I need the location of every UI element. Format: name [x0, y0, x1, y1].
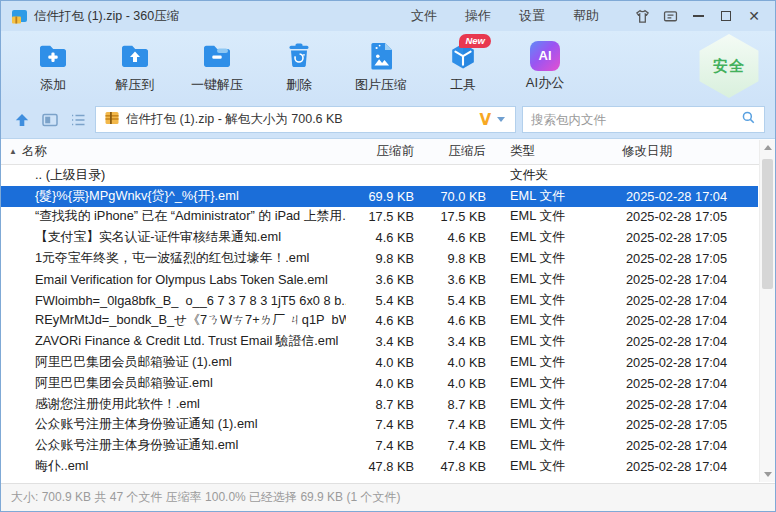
- skin-theme-icon[interactable]: [629, 5, 655, 27]
- table-row[interactable]: .. (上级目录) 文件夹: [1, 165, 758, 186]
- toolbar-label: AI办公: [526, 74, 564, 92]
- security-shield-badge[interactable]: 安全: [697, 34, 761, 98]
- table-row[interactable]: ZAVORi Finance & Credit Ltd. Trust Email…: [1, 331, 758, 352]
- column-header-name[interactable]: ▲ 名称: [1, 139, 346, 164]
- vip-dropdown[interactable]: V: [479, 111, 507, 129]
- delete-button[interactable]: 删除: [261, 35, 337, 97]
- ai-office-button[interactable]: AI AI办公: [507, 35, 583, 97]
- table-row[interactable]: 阿里巴巴集团会员邮箱验证.eml 4.0 KB 4.0 KB EML 文件 20…: [1, 373, 758, 394]
- file-type-cell: EML 文件: [496, 354, 616, 371]
- search-icon[interactable]: [741, 110, 756, 129]
- table-row[interactable]: 感谢您注册使用此软件！.eml 8.7 KB 8.7 KB EML 文件 202…: [1, 394, 758, 415]
- file-type-cell: EML 文件: [496, 333, 616, 350]
- table-row[interactable]: REyMrMtJd=_bondk_B_せ《7ㄋWㄘ7+ㄌ厂 ㄐq1P bWtㄅ.…: [1, 311, 758, 332]
- file-name: 公众账号注册主体身份验证通知 (1).eml: [35, 416, 258, 433]
- extract-to-button[interactable]: 解压到: [97, 35, 173, 97]
- file-name: 公众账号注册主体身份验证通知.eml: [35, 437, 238, 454]
- table-row[interactable]: 公众账号注册主体身份验证通知.eml 7.4 KB 7.4 KB EML 文件 …: [1, 435, 758, 456]
- status-bar: 大小: 700.9 KB 共 47 个文件 压缩率 100.0% 已经选择 69…: [1, 483, 775, 511]
- table-row[interactable]: 【支付宝】实名认证-证件审核结果通知.eml 4.6 KB 4.6 KB EML…: [1, 227, 758, 248]
- size-after-cell: 9.8 KB: [424, 251, 496, 266]
- modified-date-cell: 2025-02-28 17:05: [616, 251, 758, 266]
- column-header-after[interactable]: 压缩后: [424, 139, 496, 164]
- file-name-cell: 晦仆..eml: [1, 458, 346, 475]
- one-key-extract-button[interactable]: 一键解压: [179, 35, 255, 97]
- chevron-down-icon: [497, 117, 505, 122]
- search-input[interactable]: [531, 113, 741, 127]
- file-type-cell: EML 文件: [496, 312, 616, 329]
- feedback-icon[interactable]: [657, 5, 683, 27]
- size-after-cell: 3.6 KB: [424, 272, 496, 287]
- mail-file-icon: [15, 439, 29, 453]
- table-row[interactable]: 阿里巴巴集团会员邮箱验证 (1).eml 4.0 KB 4.0 KB EML 文…: [1, 352, 758, 373]
- mail-file-icon: [15, 376, 29, 390]
- modified-date-cell: 2025-02-28 17:04: [616, 355, 758, 370]
- scrollbar-thumb[interactable]: [762, 159, 773, 289]
- toolbar: 添加 解压到 一键解压 删除 图片压缩 New: [1, 31, 775, 101]
- menu-item-help[interactable]: 帮助: [561, 4, 611, 28]
- file-type-cell: EML 文件: [496, 375, 616, 392]
- scroll-down-icon[interactable]: [760, 467, 775, 482]
- list-view-icon[interactable]: [67, 109, 89, 131]
- add-button[interactable]: 添加: [15, 35, 91, 97]
- maximize-button[interactable]: [713, 5, 739, 27]
- table-row[interactable]: 1元夺宝年终奖，屯一波猛烈的红包过壕年！.eml 9.8 KB 9.8 KB E…: [1, 248, 758, 269]
- file-name: 阿里巴巴集团会员邮箱验证.eml: [35, 375, 213, 392]
- toolbar-label: 一键解压: [191, 76, 243, 94]
- address-row: 信件打包 (1).zip - 解包大小为 700.6 KB V: [1, 101, 775, 139]
- size-after-cell: 4.0 KB: [424, 355, 496, 370]
- size-after-cell: 8.7 KB: [424, 397, 496, 412]
- add-folder-icon: [36, 39, 70, 73]
- table-row[interactable]: 晦仆..eml 47.8 KB 47.8 KB EML 文件 2025-02-2…: [1, 456, 758, 477]
- scrollbar-track[interactable]: [760, 155, 775, 467]
- tools-button[interactable]: New 工具: [425, 35, 501, 97]
- menu-item-settings[interactable]: 设置: [507, 4, 557, 28]
- size-before-cell: 47.8 KB: [346, 459, 424, 474]
- file-list: .. (上级目录) 文件夹 {髮}%{票}MPgWnkv{贷}^_%{开}.em…: [1, 165, 775, 483]
- file-name: 【支付宝】实名认证-证件审核结果通知.eml: [35, 229, 281, 246]
- file-name-cell: {髮}%{票}MPgWnkv{贷}^_%{开}.eml: [1, 188, 346, 205]
- column-header-type[interactable]: 类型: [496, 139, 616, 164]
- file-name-cell: .. (上级目录): [1, 167, 346, 184]
- image-compress-button[interactable]: 图片压缩: [343, 35, 419, 97]
- menu-bar: 文件 操作 设置 帮助: [399, 4, 611, 28]
- table-row[interactable]: 公众账号注册主体身份验证通知 (1).eml 7.4 KB 7.4 KB EML…: [1, 415, 758, 436]
- table-row[interactable]: {髮}%{票}MPgWnkv{贷}^_%{开}.eml 69.9 KB 70.0…: [1, 186, 758, 207]
- size-after-cell: 4.6 KB: [424, 230, 496, 245]
- modified-date-cell: 2025-02-28 17:05: [616, 230, 758, 245]
- file-type-cell: EML 文件: [496, 208, 616, 225]
- table-row[interactable]: “查找我的 iPhone” 已在 “Administrator” 的 iPad …: [1, 207, 758, 228]
- file-name: FWloimbh=_0lga8bfk_B_ o__6 7 3 7 8 3 1jT…: [35, 293, 346, 308]
- scrollbar[interactable]: [759, 140, 775, 482]
- column-header-before[interactable]: 压缩前: [346, 139, 424, 164]
- folder-icon: [15, 168, 29, 182]
- preview-pane-icon[interactable]: [39, 109, 61, 131]
- size-before-cell: 7.4 KB: [346, 438, 424, 453]
- scroll-up-icon[interactable]: [760, 140, 775, 155]
- file-name: ZAVORi Finance & Credit Ltd. Trust Email…: [35, 333, 338, 350]
- menu-item-action[interactable]: 操作: [453, 4, 503, 28]
- table-row[interactable]: FWloimbh=_0lga8bfk_B_ o__6 7 3 7 8 3 1jT…: [1, 290, 758, 311]
- mail-file-icon: [15, 356, 29, 370]
- modified-date-cell: 2025-02-28 17:04: [616, 438, 758, 453]
- file-name: “查找我的 iPhone” 已在 “Administrator” 的 iPad …: [35, 208, 346, 225]
- size-after-cell: 7.4 KB: [424, 417, 496, 432]
- address-input[interactable]: 信件打包 (1).zip - 解包大小为 700.6 KB V: [95, 106, 516, 133]
- close-button[interactable]: ✕: [741, 5, 767, 27]
- up-directory-icon[interactable]: [11, 109, 33, 131]
- mail-file-icon: [15, 252, 29, 266]
- size-before-cell: 3.6 KB: [346, 272, 424, 287]
- minimize-button[interactable]: [685, 5, 711, 27]
- file-name-cell: Email Verification for Olympus Labs Toke…: [1, 272, 346, 287]
- vip-v-icon: V: [479, 111, 491, 129]
- mail-file-icon: [15, 231, 29, 245]
- table-row[interactable]: Email Verification for Olympus Labs Toke…: [1, 269, 758, 290]
- column-header-date[interactable]: 修改日期: [616, 139, 758, 164]
- file-name-cell: ZAVORi Finance & Credit Ltd. Trust Email…: [1, 333, 346, 350]
- menu-item-file[interactable]: 文件: [399, 4, 449, 28]
- size-before-cell: 69.9 KB: [346, 189, 424, 204]
- modified-date-cell: 2025-02-28 17:04: [616, 334, 758, 349]
- file-type-cell: EML 文件: [496, 250, 616, 267]
- sort-ascending-icon: ▲: [9, 147, 17, 156]
- file-name: Email Verification for Olympus Labs Toke…: [35, 272, 328, 287]
